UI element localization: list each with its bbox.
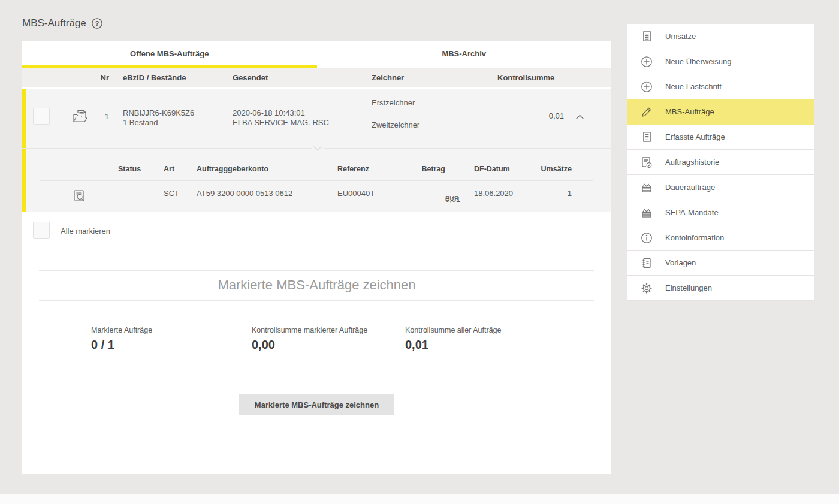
stat-value: 0 / 1 <box>91 338 152 352</box>
stat-kontrollsumme-markiert: Kontrollsumme markierter Aufträge 0,00 <box>252 326 367 352</box>
sidebar-item-vorlagen[interactable]: Vorlagen <box>627 251 814 276</box>
col-header-gesendet: Gesendet <box>233 73 268 82</box>
sidebar-item-label: Neue Überweisung <box>665 57 732 66</box>
info-circle-icon <box>641 232 653 244</box>
sign-button-row: Markierte MBS-Aufträge zeichnen <box>22 394 611 415</box>
col-header-ebzid: eBzID / Bestände <box>123 73 186 82</box>
chevron-up-icon[interactable] <box>572 110 587 124</box>
notebook-icon <box>641 257 653 269</box>
sidebar-item-neue-lastschrift[interactable]: Neue Lastschrift <box>627 74 814 99</box>
detail-currency: EUR <box>445 195 459 202</box>
sidebar-item-dauerauftraege[interactable]: Daueraufträge <box>627 175 814 200</box>
row-detail-divider <box>22 148 611 149</box>
tab-label: MBS-Archiv <box>442 49 486 58</box>
stat-label: Kontrollsumme aller Aufträge <box>405 326 502 334</box>
col-header-zeichner: Zeichner <box>372 73 404 82</box>
sidebar-item-umsaetze[interactable]: Umsätze <box>627 24 814 49</box>
orders-panel: Offene MBS-Aufträge MBS-Archiv Nr eBzID … <box>22 41 611 474</box>
sidebar-item-label: Erfasste Aufträge <box>665 132 725 141</box>
sidebar-item-label: SEPA-Mandate <box>665 208 719 217</box>
order-sent-datetime: 2020-06-18 10:43:01 <box>233 108 329 118</box>
order-erstzeichner: Erstzeichner <box>372 98 415 107</box>
col-header-nr: Nr <box>81 73 109 82</box>
sidebar-item-label: Einstellungen <box>665 283 712 292</box>
sidebar-navigation: Umsätze Neue Überweisung Neue Lastschrif… <box>627 24 814 301</box>
order-gesendet-cell: 2020-06-18 10:43:01 ELBA SERVICE MAG. RS… <box>233 108 329 128</box>
order-nr: 1 <box>81 112 109 121</box>
stat-label: Markierte Aufträge <box>91 326 152 334</box>
document-check-icon <box>641 156 653 168</box>
order-ebzid: RNBIJJR6-K69K5Z6 <box>123 108 194 118</box>
plus-circle-icon <box>641 56 653 68</box>
col-header-betrag: Betrag <box>400 165 445 173</box>
sidebar-item-mbs-auftraege[interactable]: MBS-Aufträge <box>627 99 814 125</box>
document-magnifier-icon[interactable] <box>72 189 87 204</box>
detail-table-header: Status Art Auftragggeberkonto Referenz B… <box>22 165 611 178</box>
stat-label: Kontrollsumme markierter Aufträge <box>252 326 367 334</box>
stack-icon <box>641 182 653 194</box>
sidebar-item-label: Umsätze <box>665 32 696 41</box>
stat-value: 0,00 <box>252 338 367 352</box>
stat-markierte-auftraege: Markierte Aufträge 0 / 1 <box>91 326 152 352</box>
detail-umsaetze: 1 <box>529 189 572 198</box>
col-header-kontrollsumme: Kontrollsumme <box>497 73 554 82</box>
sidebar-item-kontoinformation[interactable]: Kontoinformation <box>627 225 814 251</box>
stack-icon <box>641 207 653 219</box>
orders-table-header: Nr eBzID / Bestände Gesendet Zeichner Ko… <box>22 68 611 87</box>
detail-row: SCT AT59 3200 0000 0513 0612 EU00040T 0,… <box>22 183 611 206</box>
document-lines-icon <box>641 131 653 143</box>
sidebar-item-sepa-mandate[interactable]: SEPA-Mandate <box>627 200 814 225</box>
sidebar-item-label: Kontoinformation <box>665 233 724 242</box>
tab-bar: Offene MBS-Aufträge MBS-Archiv <box>22 41 611 68</box>
detail-art: SCT <box>164 189 179 198</box>
gear-icon <box>641 282 653 294</box>
page-bottom-strip <box>0 494 839 504</box>
select-all-label: Alle markieren <box>61 227 110 236</box>
sidebar-item-einstellungen[interactable]: Einstellungen <box>627 276 814 301</box>
panel-footer-divider <box>22 457 611 457</box>
tab-mbs-archiv[interactable]: MBS-Archiv <box>317 41 612 68</box>
sidebar-item-label: Auftragshistorie <box>665 158 719 167</box>
sidebar-item-neue-ueberweisung[interactable]: Neue Überweisung <box>627 49 814 74</box>
order-zweitzeichner: Zweitzeichner <box>372 120 420 129</box>
order-bestand: 1 Bestand <box>123 118 194 128</box>
detail-df-datum: 18.06.2020 <box>474 189 513 198</box>
col-header-auftraggeberkonto: Auftragggeberkonto <box>197 165 268 173</box>
order-ebzid-cell: RNBIJJR6-K69K5Z6 1 Bestand <box>123 108 194 128</box>
svg-text:?: ? <box>95 20 99 27</box>
sidebar-item-erfasste-auftraege[interactable]: Erfasste Aufträge <box>627 125 814 150</box>
section-divider-bottom <box>39 300 594 301</box>
detail-konto: AT59 3200 0000 0513 0612 <box>197 189 292 198</box>
tab-label: Offene MBS-Aufträge <box>130 49 209 58</box>
sign-section-heading: Markierte MBS-Aufträge zeichnen <box>22 271 611 300</box>
chevron-down-icon <box>312 146 324 151</box>
detail-referenz: EU00040T <box>337 189 375 198</box>
sidebar-item-label: Neue Lastschrift <box>665 82 722 91</box>
document-lines-icon <box>641 31 653 43</box>
sidebar-item-auftragshistorie[interactable]: Auftragshistorie <box>627 150 814 175</box>
detail-header-divider <box>40 180 593 181</box>
order-sent-by: ELBA SERVICE MAG. RSC <box>233 118 329 128</box>
order-row-expanded: 1 RNBIJJR6-K69K5Z6 1 Bestand 2020-06-18 … <box>22 89 611 212</box>
col-header-art: Art <box>164 165 174 173</box>
col-header-referenz: Referenz <box>337 165 369 173</box>
page-title-row: MBS-Aufträge ? <box>22 16 611 31</box>
sidebar-item-label: Vorlagen <box>665 258 696 267</box>
sign-marked-orders-button[interactable]: Markierte MBS-Aufträge zeichnen <box>239 394 394 415</box>
help-icon[interactable]: ? <box>91 17 103 29</box>
stat-kontrollsumme-alle: Kontrollsumme aller Aufträge 0,01 <box>405 326 502 352</box>
col-header-status: Status <box>118 165 141 173</box>
sidebar-item-label: MBS-Aufträge <box>665 107 714 116</box>
page-title: MBS-Aufträge <box>22 17 86 29</box>
col-header-df-datum: DF-Datum <box>474 165 510 173</box>
sign-stats: Markierte Aufträge 0 / 1 Kontrollsumme m… <box>22 326 611 364</box>
order-row-checkbox[interactable] <box>33 108 50 125</box>
pencil-icon <box>641 106 653 118</box>
tab-offene-mbs-auftraege[interactable]: Offene MBS-Aufträge <box>22 41 317 68</box>
stat-value: 0,01 <box>405 338 502 352</box>
select-all-checkbox[interactable] <box>33 222 50 239</box>
sidebar-item-label: Daueraufträge <box>665 183 715 192</box>
main-content: MBS-Aufträge ? Offene MBS-Aufträge MBS-A… <box>22 16 611 474</box>
col-header-umsaetze: Umsätze <box>529 165 572 173</box>
select-all-row: Alle markieren <box>22 219 611 243</box>
